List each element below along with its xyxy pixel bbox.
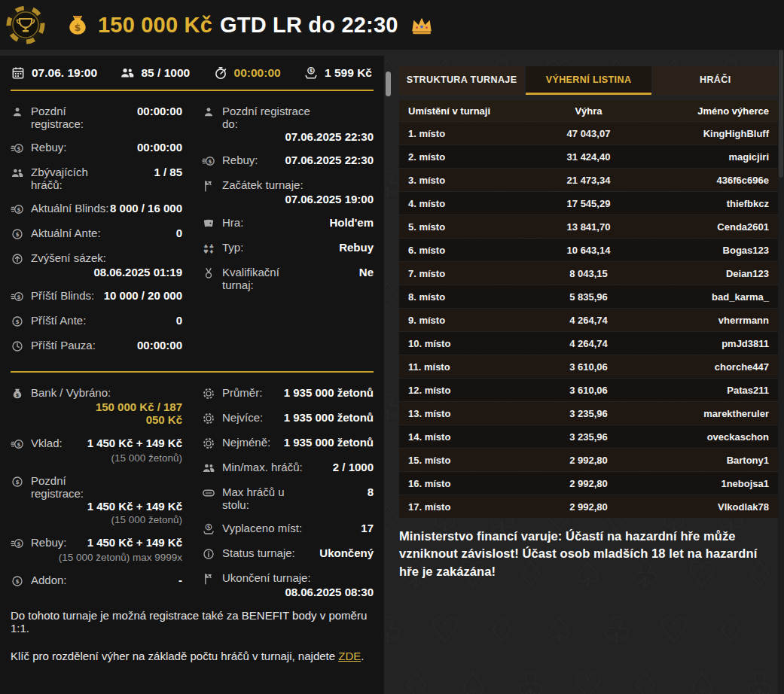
prize-table-body: 1. místo47 043,07KingHighBluff2. místo31… [399,122,778,518]
info-label: Příští Blinds: [31,289,94,302]
info-value: 1 935 000 žetonů [284,386,374,399]
prize-cell: 31 424,40 [529,151,649,163]
info-row: Vklad:1 450 Kč + 149 Kč(15 000 žetonů) [11,437,182,464]
chip-icon [202,387,215,400]
winner-cell: bad_karma_ [648,291,769,303]
info-value: 1 / 85 [154,166,182,178]
info-row: Ukončení turnaje:08.06.2025 08:30 [202,571,374,598]
prize-row: 8. místo5 835,96bad_karma_ [399,285,778,308]
winner-cell: Bogas123 [648,245,769,256]
page-scrollbar[interactable] [778,50,784,694]
winner-cell: magicjiri [648,151,769,163]
user-icon [11,105,24,119]
info-value: 1 450 Kč + 149 Kč [87,500,182,513]
prize-key-text: Klíč pro rozdělení výher na základě počt… [11,650,338,662]
info-row: Rebuy:00:00:00 [11,141,182,155]
payout-icon [202,522,215,536]
prize-amount: 150 000 Kč [98,13,212,37]
tournament-details-top: Pozdní registrace:00:00:00Rebuy:00:00:00… [11,91,374,364]
tab-players[interactable]: HRÁČI [653,66,778,95]
winner-cell: Bartony1 [648,455,769,466]
prize-row: 5. místo13 841,70Cenda2601 [399,215,778,238]
prize-cell: 10 643,14 [529,245,649,256]
winner-cell: 1nebojsa1 [648,478,769,489]
info-label: Aktuální Blinds: [31,202,108,215]
coin-icon [11,315,24,328]
info-label: Začátek turnaje: [222,178,304,191]
winner-cell: Cenda2601 [648,221,769,233]
place-cell: 10. místo [408,338,529,349]
info-label: Příští Ante: [31,314,86,327]
place-cell: 9. místo [408,315,529,326]
place-cell: 4. místo [408,198,529,209]
gambling-warning: Ministerstvo financí varuje: Účastí na h… [399,528,776,580]
tableicon-icon [202,486,215,500]
info-value: 1 935 000 žetonů [284,411,374,424]
info-label: Min/max. hráčů: [222,461,303,473]
arrowup-icon [11,252,24,266]
info-row: Začátek turnaje:07.06.2025 19:00 [202,178,374,205]
info-value: Ukončený [319,546,374,559]
chip-icon [202,412,215,425]
place-cell: 8. místo [408,291,529,303]
info-label: Status turnaje: [222,546,295,559]
info-label: Kvalifikační turnaj: [222,266,312,291]
info-value: 07.06.2025 22:30 [285,154,374,166]
moneybag-icon: $ [65,12,90,38]
place-cell: 2. místo [408,151,529,163]
coins-icon [11,437,24,451]
prize-cell: 8 043,15 [529,268,649,279]
prize-cell: 4 264,74 [529,315,649,326]
info-icon [202,547,215,561]
coins-icon [11,202,24,216]
info-subvalue: (15 000 žetonů) max 9999x [11,552,182,563]
info-value: 00:00:00 [137,141,182,154]
info-value: 2 / 1000 [333,461,374,473]
info-label: Aktuální Ante: [31,227,101,239]
place-cell: 14. místo [408,431,529,443]
chip-icon [202,437,215,450]
info-subvalue: (15 000 žetonů) [11,452,182,464]
winner-cell: 436f6c696e [648,175,769,186]
prize-cell: 21 473,34 [529,175,649,186]
place-cell: 11. místo [408,361,529,373]
prize-cell: 17 545,29 [529,198,649,209]
winner-cell: vherrmann [648,315,769,326]
info-label: Vyplaceno míst: [222,522,302,534]
info-label: Průměr: [222,386,262,399]
tab-winners[interactable]: VÝHERNÍ LISTINA [526,66,651,95]
info-value: 00:00:00 [137,105,182,117]
winner-cell: Patas211 [648,385,769,396]
info-row: Vyplaceno míst:17 [202,522,374,536]
info-label: Příští Pauza: [31,339,96,352]
left-panel-scrollbar-thumb[interactable] [386,72,391,96]
info-value: Hold'em [329,216,374,229]
info-row: Typ:Rebuy [202,241,374,255]
info-row: Rebuy:07.06.2025 22:30 [202,154,374,168]
info-label: Ukončení turnaje: [222,571,311,584]
page-scrollbar-thumb[interactable] [779,50,783,178]
prize-key-link[interactable]: ZDE [338,650,361,662]
coins-icon [11,142,24,155]
prize-row: 17. místo2 992,80Vlkodlak78 [399,495,778,518]
svg-text:$: $ [75,22,81,33]
info-value: 150 000 Kč / 187 050 Kč [83,400,182,426]
prize-row: 1. místo47 043,07KingHighBluff [399,122,778,145]
info-label: Zbývajících hráčů: [31,166,120,191]
stat-item: 1 599 Kč [304,65,372,81]
tab-structure[interactable]: STRUKTURA TURNAJE [399,66,524,95]
prize-row: 2. místo31 424,40magicjiri [399,145,778,168]
info-value: 1 450 Kč + 149 Kč [87,536,182,549]
info-value: 1 450 Kč + 149 Kč [87,437,182,449]
coin-icon [11,227,24,241]
coin-icon [11,574,24,588]
info-row: Pozdní registrace:1 450 Kč + 149 Kč(15 0… [11,474,182,525]
info-label: Pozdní registrace do: [222,105,312,130]
moneybag-icon [11,387,24,400]
winner-cell: Deian123 [648,268,769,279]
info-row: Max hráčů u stolu:8 [202,485,374,511]
results-panel: STRUKTURA TURNAJEVÝHERNÍ LISTINAHRÁČI Um… [399,50,778,694]
place-cell: 5. místo [408,221,529,233]
cards-icon [202,217,215,230]
stat-item: 07.06. 19:00 [11,65,97,81]
